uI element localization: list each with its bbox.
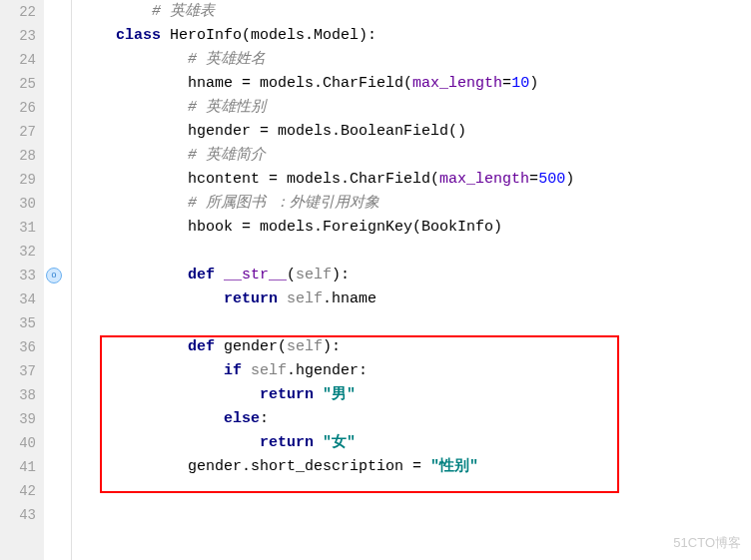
code-token: models.ForeignKey(BookInfo): [260, 219, 502, 236]
code-token: self: [287, 338, 323, 355]
code-line[interactable]: [80, 240, 751, 264]
code-token: # 英雄简介: [188, 147, 266, 164]
code-line[interactable]: return "女": [80, 431, 751, 455]
line-number: 27: [0, 120, 36, 144]
code-token: gender.short_description =: [188, 458, 430, 475]
code-line[interactable]: # 英雄表: [80, 0, 751, 24]
line-number: 25: [0, 72, 36, 96]
code-line[interactable]: def gender(self):: [80, 335, 751, 359]
line-number: 36: [0, 335, 36, 359]
code-token: Model: [314, 27, 359, 44]
line-number: 26: [0, 96, 36, 120]
code-token: =: [260, 123, 278, 140]
code-token: ): [529, 75, 538, 92]
code-line[interactable]: hgender = models.BooleanField(): [80, 120, 751, 144]
code-token: [80, 75, 188, 92]
code-token: self: [296, 267, 332, 283]
code-line[interactable]: class HeroInfo(models.Model):: [80, 24, 751, 48]
code-token: self: [251, 362, 287, 379]
line-number: 32: [0, 240, 36, 264]
code-line[interactable]: if self.hgender:: [80, 359, 751, 383]
line-number: 39: [0, 407, 36, 431]
line-number: 38: [0, 383, 36, 407]
code-token: ):: [359, 27, 376, 44]
code-token: "男": [323, 386, 356, 403]
code-line[interactable]: else:: [80, 407, 751, 431]
line-number: 29: [0, 168, 36, 192]
watermark: 51CTO博客: [673, 534, 741, 552]
code-line[interactable]: return "男": [80, 383, 751, 407]
code-line[interactable]: [80, 503, 751, 527]
line-number-gutter: 2223242526272829303132333435363738394041…: [0, 0, 44, 560]
line-number: 34: [0, 287, 36, 311]
code-token: [80, 458, 188, 475]
code-line[interactable]: # 所属图书 ：外键引用对象: [80, 192, 751, 216]
override-gutter-icon[interactable]: o: [46, 268, 62, 283]
code-line[interactable]: # 英雄性别: [80, 96, 751, 120]
code-token: return: [260, 386, 323, 403]
code-line[interactable]: [80, 479, 751, 503]
code-token: # 英雄姓名: [188, 51, 266, 68]
code-token: # 英雄表: [152, 3, 215, 20]
code-token: "性别": [430, 458, 478, 475]
code-token: .: [305, 27, 314, 44]
code-token: self: [287, 290, 323, 307]
code-token: [80, 147, 188, 164]
code-token: # 英雄性别: [188, 99, 266, 116]
line-number: 37: [0, 359, 36, 383]
code-token: __str__: [224, 267, 287, 283]
code-token: if: [224, 362, 251, 379]
code-token: [80, 51, 188, 68]
code-token: =: [529, 171, 538, 188]
code-line[interactable]: hbook = models.ForeignKey(BookInfo): [80, 216, 751, 240]
code-token: [80, 123, 188, 140]
code-token: [80, 386, 260, 403]
code-line[interactable]: hname = models.CharField(max_length=10): [80, 72, 751, 96]
line-number: 35: [0, 311, 36, 335]
code-token: [80, 195, 188, 212]
line-number: 28: [0, 144, 36, 168]
code-token: 500: [538, 171, 565, 188]
code-token: hbook: [188, 219, 242, 236]
code-token: [80, 410, 224, 427]
code-token: else: [224, 410, 260, 427]
code-token: [80, 99, 188, 116]
code-token: models.CharField(: [287, 171, 439, 188]
code-token: .hgender:: [287, 362, 368, 379]
code-token: [80, 290, 224, 307]
code-token: # 所属图书 ：外键引用对象: [188, 195, 379, 212]
code-token: =: [269, 171, 287, 188]
code-editor[interactable]: 2223242526272829303132333435363738394041…: [0, 0, 751, 560]
code-token: def: [188, 338, 224, 355]
line-number: 42: [0, 479, 36, 503]
fold-column: o: [44, 0, 72, 560]
line-number: 43: [0, 503, 36, 527]
code-token: [80, 219, 188, 236]
code-token: (: [242, 27, 251, 44]
code-area[interactable]: # 英雄表 class HeroInfo(models.Model): # 英雄…: [72, 0, 751, 560]
code-token: models.BooleanField(): [278, 123, 466, 140]
code-line[interactable]: # 英雄简介: [80, 144, 751, 168]
line-number: 24: [0, 48, 36, 72]
code-token: 10: [511, 75, 529, 92]
code-token: .hname: [323, 290, 376, 307]
code-line[interactable]: return self.hname: [80, 287, 751, 311]
code-token: HeroInfo: [170, 27, 242, 44]
code-line[interactable]: gender.short_description = "性别": [80, 455, 751, 479]
code-token: [80, 3, 152, 20]
code-token: (: [278, 338, 287, 355]
code-token: [80, 171, 188, 188]
line-number: 31: [0, 216, 36, 240]
code-line[interactable]: hcontent = models.CharField(max_length=5…: [80, 168, 751, 192]
line-number: 30: [0, 192, 36, 216]
code-token: ):: [332, 267, 350, 283]
code-token: =: [242, 75, 260, 92]
code-token: :: [260, 410, 269, 427]
code-line[interactable]: # 英雄姓名: [80, 48, 751, 72]
code-token: hgender: [188, 123, 260, 140]
code-token: def: [188, 267, 224, 283]
code-line[interactable]: def __str__(self):: [80, 264, 751, 287]
line-number: 41: [0, 455, 36, 479]
code-line[interactable]: [80, 311, 751, 335]
code-token: ): [565, 171, 574, 188]
